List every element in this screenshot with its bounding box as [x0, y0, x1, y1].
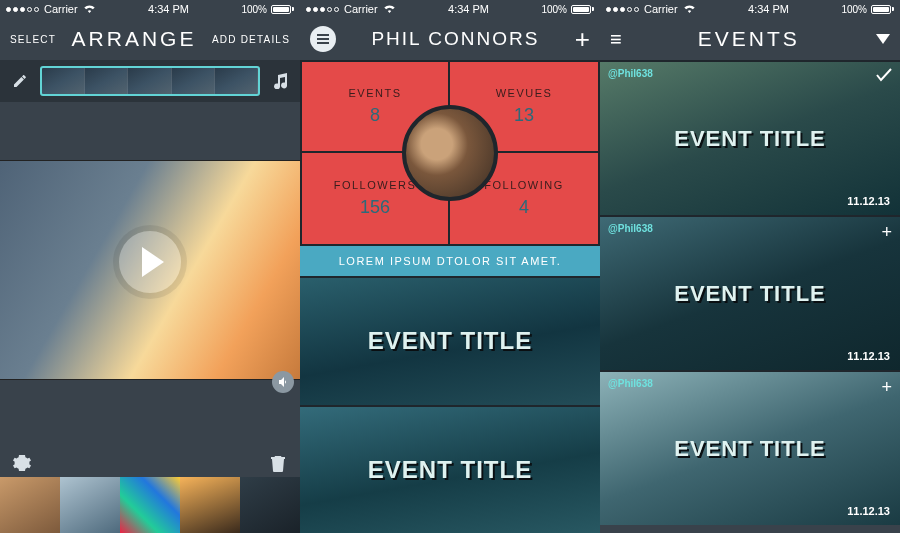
stats-grid: EVENTS 8 WEVUES 13 FOLLOWERS 156 FOLLOWI…	[300, 60, 600, 246]
battery-pct: 100%	[241, 4, 267, 15]
event-card[interactable]: @Phil638 + EVENT TITLE 11.12.13	[600, 215, 900, 370]
signal-dots-icon	[6, 7, 39, 12]
menu-icon[interactable]: ≡	[610, 28, 622, 51]
event-date: 11.12.13	[847, 505, 890, 517]
add-icon[interactable]: +	[881, 378, 892, 396]
event-card[interactable]: EVENT TITLE	[300, 276, 600, 405]
thumbnail-tray[interactable]	[0, 477, 300, 533]
screen-arrange: Carrier 4:34 PM 100% SELECT ARRANGE ADD …	[0, 0, 300, 533]
bio-bar: LOREM IPSUM DTOLOR SIT AMET.	[300, 246, 600, 276]
event-handle: @Phil638	[608, 378, 653, 389]
screen-events: Carrier 4:34 PM 100% ≡ EVENTS @Phil638 E…	[600, 0, 900, 533]
header-bar: SELECT ARRANGE ADD DETAILS	[0, 18, 300, 60]
event-title: EVENT TITLE	[368, 327, 532, 355]
wifi-icon	[383, 4, 396, 14]
status-bar: Carrier 4:34 PM 100%	[0, 0, 300, 18]
event-title: EVENT TITLE	[674, 281, 826, 307]
event-date: 11.12.13	[847, 350, 890, 362]
event-title: EVENT TITLE	[674, 436, 826, 462]
screen-profile: Carrier 4:34 PM 100% PHIL CONNORS + EVEN…	[300, 0, 600, 533]
signal-dots-icon	[306, 7, 339, 12]
event-title: EVENT TITLE	[368, 456, 532, 484]
status-bar: Carrier 4:34 PM 100%	[300, 0, 600, 18]
status-time: 4:34 PM	[148, 3, 189, 15]
battery-icon	[571, 5, 594, 14]
music-icon[interactable]	[268, 69, 292, 93]
settings-icon[interactable]	[10, 451, 34, 475]
carrier-label: Carrier	[644, 3, 678, 15]
thumbnail[interactable]	[240, 477, 300, 533]
status-bar: Carrier 4:34 PM 100%	[600, 0, 900, 18]
add-icon[interactable]: +	[881, 223, 892, 241]
wifi-icon	[683, 4, 696, 14]
battery-icon	[871, 5, 894, 14]
event-card[interactable]: EVENT TITLE	[300, 405, 600, 534]
header-bar: ≡ EVENTS	[600, 18, 900, 60]
event-card[interactable]: @Phil638 EVENT TITLE 11.12.13	[600, 60, 900, 215]
page-title: PHIL CONNORS	[371, 28, 539, 50]
page-title: EVENTS	[698, 27, 800, 51]
carrier-label: Carrier	[44, 3, 78, 15]
trash-icon[interactable]	[266, 451, 290, 475]
edit-icon[interactable]	[8, 69, 32, 93]
wifi-icon	[83, 4, 96, 14]
check-icon[interactable]	[876, 68, 892, 82]
battery-pct: 100%	[541, 4, 567, 15]
menu-icon[interactable]	[310, 26, 336, 52]
status-time: 4:34 PM	[448, 3, 489, 15]
event-date: 11.12.13	[847, 195, 890, 207]
event-handle: @Phil638	[608, 68, 653, 79]
status-time: 4:34 PM	[748, 3, 789, 15]
dropdown-icon[interactable]	[876, 34, 890, 44]
carrier-label: Carrier	[344, 3, 378, 15]
thumbnail[interactable]	[60, 477, 120, 533]
play-icon	[142, 247, 164, 277]
clip-strip[interactable]	[40, 66, 260, 96]
thumbnail[interactable]	[180, 477, 240, 533]
avatar[interactable]	[402, 105, 498, 201]
event-handle: @Phil638	[608, 223, 653, 234]
volume-badge-icon[interactable]	[272, 371, 294, 393]
signal-dots-icon	[606, 7, 639, 12]
battery-icon	[271, 5, 294, 14]
add-details-button[interactable]: ADD DETAILS	[212, 34, 290, 45]
thumbnail[interactable]	[120, 477, 180, 533]
add-button[interactable]: +	[575, 26, 590, 52]
event-title: EVENT TITLE	[674, 126, 826, 152]
header-bar: PHIL CONNORS +	[300, 18, 600, 60]
select-button[interactable]: SELECT	[10, 34, 56, 45]
battery-pct: 100%	[841, 4, 867, 15]
page-title: ARRANGE	[72, 27, 197, 51]
thumbnail[interactable]	[0, 477, 60, 533]
timeline-bar	[0, 60, 300, 102]
event-card[interactable]: @Phil638 + EVENT TITLE 11.12.13	[600, 370, 900, 525]
play-button[interactable]	[119, 231, 181, 293]
preview-area	[0, 102, 300, 449]
bottom-toolbar	[0, 449, 300, 477]
